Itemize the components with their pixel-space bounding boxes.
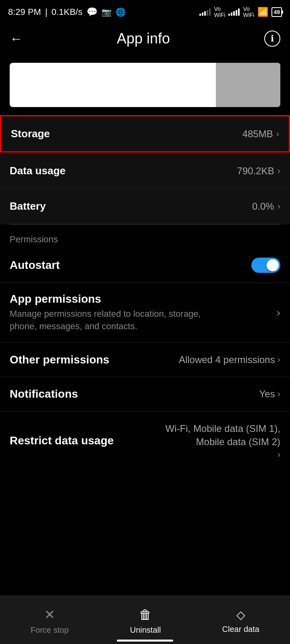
page-title: App info (117, 30, 170, 47)
force-stop-icon: ✕ (44, 607, 55, 622)
storage-value: 485MB (242, 128, 273, 140)
app-permissions-chevron: › (277, 306, 280, 319)
restrict-data-label: Restrict data usage (10, 434, 114, 447)
data-speed: 0.1KB/s (52, 7, 83, 17)
other-permissions-chevron: › (278, 355, 280, 365)
app-permissions-sub: Manage permissions related to location, … (10, 308, 219, 333)
info-button[interactable]: ℹ (264, 31, 280, 47)
notifications-label: Notifications (10, 388, 78, 400)
time: 8:29 PM (8, 7, 41, 17)
notifications-value: Yes (259, 388, 275, 400)
uninstall-action[interactable]: 🗑 Uninstall (130, 607, 161, 635)
force-stop-action[interactable]: ✕ Force stop (31, 607, 68, 635)
data-usage-value: 790.2KB (237, 165, 274, 177)
uninstall-icon: 🗑 (139, 607, 152, 622)
top-nav: ← App info ℹ (0, 23, 290, 55)
autostart-item[interactable]: Autostart (0, 248, 290, 283)
force-stop-label: Force stop (31, 625, 68, 635)
app-banner-gray (216, 63, 280, 107)
separator: | (45, 7, 48, 17)
instagram-icon: 📷 (102, 7, 112, 17)
battery-right: 0.0% › (252, 201, 280, 212)
storage-right: 485MB › (242, 128, 279, 140)
app-permissions-title: App permissions (10, 293, 273, 305)
uninstall-label: Uninstall (130, 625, 161, 635)
battery-label: Battery (10, 200, 46, 213)
battery-value: 0.0% (252, 201, 274, 212)
data-usage-label: Data usage (10, 165, 66, 177)
clear-data-label: Clear data (222, 625, 259, 634)
other-permissions-item[interactable]: Other permissions Allowed 4 permissions … (0, 343, 290, 377)
signal-icon-2 (228, 8, 240, 16)
other-permissions-label: Other permissions (10, 353, 109, 366)
wifi-icon: 📶 (257, 7, 268, 17)
back-button[interactable]: ← (10, 31, 23, 46)
other-permissions-right: Allowed 4 permissions › (179, 354, 280, 365)
data-usage-chevron: › (278, 166, 280, 176)
permissions-section-label: Permissions (0, 225, 290, 248)
battery-level: 49 (273, 9, 280, 15)
whatsapp-icon: 💬 (87, 7, 97, 17)
app-permissions-content: App permissions Manage permissions relat… (10, 293, 273, 333)
status-right: VoWiFi VoWiFi 📶 49 (199, 6, 282, 19)
signal-icon (199, 8, 211, 16)
status-left: 8:29 PM | 0.1KB/s 💬 📷 🌐 (8, 7, 126, 17)
restrict-data-right: Wi-Fi, Mobile data (SIM 1), Mobile data … (160, 422, 280, 460)
battery-icon: 49 (271, 7, 282, 17)
storage-chevron: › (276, 129, 279, 139)
info-icon: ℹ (271, 33, 274, 44)
chrome-icon: 🌐 (116, 7, 126, 17)
storage-label: Storage (11, 128, 50, 140)
bottom-bar: ✕ Force stop 🗑 Uninstall ◇ Clear data (0, 596, 290, 644)
autostart-toggle[interactable] (251, 258, 280, 273)
vowifi-label-2: VoWiFi (243, 6, 254, 19)
clear-data-icon: ◇ (236, 608, 245, 621)
clear-data-action[interactable]: ◇ Clear data (222, 608, 259, 634)
home-indicator (117, 640, 173, 642)
other-permissions-value: Allowed 4 permissions (179, 354, 275, 365)
autostart-label: Autostart (10, 259, 60, 272)
app-permissions-item[interactable]: App permissions Manage permissions relat… (0, 283, 290, 343)
notifications-chevron: › (278, 389, 280, 399)
vowifi-label-1: VoWiFi (214, 6, 225, 19)
restrict-data-chevron: › (278, 450, 280, 460)
battery-item[interactable]: Battery 0.0% › (0, 189, 290, 224)
app-banner (10, 63, 280, 107)
content-spacer (0, 471, 290, 523)
toggle-knob (267, 259, 279, 271)
data-usage-item[interactable]: Data usage 790.2KB › (0, 153, 290, 189)
storage-item[interactable]: Storage 485MB › (0, 115, 290, 153)
notifications-right: Yes › (259, 388, 280, 400)
restrict-data-item[interactable]: Restrict data usage Wi-Fi, Mobile data (… (0, 411, 290, 471)
notifications-item[interactable]: Notifications Yes › (0, 377, 290, 411)
restrict-data-value: Wi-Fi, Mobile data (SIM 1), Mobile data … (160, 422, 280, 449)
status-bar: 8:29 PM | 0.1KB/s 💬 📷 🌐 VoWiFi VoWiFi 📶 (0, 0, 290, 23)
data-usage-right: 790.2KB › (237, 165, 280, 177)
battery-chevron: › (278, 201, 280, 212)
